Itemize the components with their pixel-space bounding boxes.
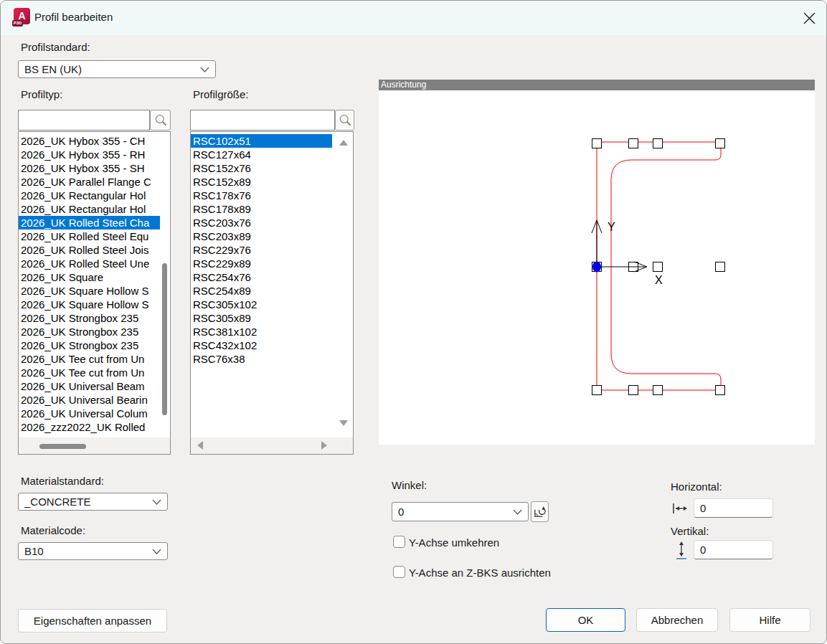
eigenschaften-anpassen-button[interactable]: Eigenschaften anpassen xyxy=(18,609,167,633)
alignment-point[interactable] xyxy=(653,386,663,395)
profiltyp-horizontal-scrollbar-thumb[interactable] xyxy=(39,444,86,449)
list-item[interactable]: 2026_UK Strongbox 235 xyxy=(19,311,160,325)
scroll-right-arrow-icon[interactable] xyxy=(321,441,327,450)
list-item[interactable]: 2026_UK Rolled Steel Cha xyxy=(19,216,160,229)
list-item[interactable]: 2026_UK Square Hollow S xyxy=(19,298,160,311)
scroll-up-arrow-icon[interactable] xyxy=(339,140,348,146)
list-item[interactable]: 2026_UK Universal Bearin xyxy=(19,393,160,407)
materialcode-value: B10 xyxy=(24,545,152,557)
y-achse-umkehren-label[interactable]: Y-Achse umkehren xyxy=(409,536,499,549)
profilgroesse-list[interactable]: RSC102x51RSC127x64RSC152x76RSC152x89RSC1… xyxy=(190,131,354,455)
profiltyp-search-button[interactable] xyxy=(150,110,171,131)
list-item[interactable]: 2026_UK Rectangular Hol xyxy=(19,202,160,216)
vertikal-offset-input[interactable] xyxy=(694,540,773,559)
alignment-point[interactable] xyxy=(653,139,663,148)
profiltyp-label: Profiltyp: xyxy=(21,88,62,100)
alignment-point[interactable] xyxy=(653,262,663,272)
materialcode-select[interactable]: B10 xyxy=(18,542,168,560)
list-item[interactable]: RSC305x102 xyxy=(191,298,332,311)
list-item[interactable]: 2026_UK Tee cut from Un xyxy=(19,352,160,366)
chevron-down-icon xyxy=(152,499,161,505)
list-item[interactable]: 2026_UK Universal Colum xyxy=(19,407,160,420)
profiltyp-list-items: 2026_UK Hybox 355 - CH2026_UK Hybox 355 … xyxy=(19,132,160,437)
list-item[interactable]: 2026_UK Square Hollow S xyxy=(19,284,160,298)
chevron-down-icon xyxy=(200,67,209,72)
list-item[interactable]: RSC152x76 xyxy=(191,161,332,175)
alignment-point[interactable] xyxy=(592,139,602,148)
list-item[interactable]: RSC127x64 xyxy=(191,148,332,161)
x-axis-label: X xyxy=(655,274,663,286)
list-item[interactable]: 2026_UK Rolled Steel Equ xyxy=(19,229,160,243)
list-item[interactable]: RSC203x89 xyxy=(191,229,332,243)
winkel-pick-angle-button[interactable] xyxy=(531,501,549,522)
profilgroesse-search-button[interactable] xyxy=(335,110,354,131)
list-item[interactable]: RSC305x89 xyxy=(191,311,332,325)
profilstandard-value: BS EN (UK) xyxy=(24,63,200,75)
materialstandard-value: _CONCRETE xyxy=(24,496,152,508)
close-icon xyxy=(803,12,816,24)
list-item[interactable]: RSC178x76 xyxy=(191,189,332,202)
list-item[interactable]: RSC381x102 xyxy=(191,325,332,338)
list-item[interactable]: RSC229x89 xyxy=(191,257,332,270)
ausrichtung-preview-panel: Ausrichtung xyxy=(379,80,815,445)
alignment-point[interactable] xyxy=(629,386,638,395)
list-item[interactable]: RSC102x51 xyxy=(191,134,332,148)
list-item[interactable]: RSC178x89 xyxy=(191,202,332,216)
list-item[interactable]: 2026_UK Tee cut from Un xyxy=(19,366,160,379)
y-achse-z-bks-label[interactable]: Y-Achse an Z-BKS ausrichten xyxy=(409,567,551,579)
profilstandard-label: Profilstandard: xyxy=(21,41,90,53)
list-item[interactable]: 2026_UK Universal Beam xyxy=(19,379,160,393)
list-item[interactable]: RSC229x76 xyxy=(191,243,332,257)
search-icon xyxy=(153,113,168,128)
list-item[interactable]: 2026_UK Hybox 355 - CH xyxy=(19,134,160,148)
list-item[interactable]: RSC76x38 xyxy=(191,352,332,366)
y-achse-z-bks-checkbox[interactable] xyxy=(393,566,405,578)
list-item[interactable]: 2026_UK Square xyxy=(19,270,160,284)
scroll-left-arrow-icon[interactable] xyxy=(197,441,203,450)
winkel-label: Winkel: xyxy=(392,479,427,491)
horizontal-label: Horizontal: xyxy=(671,480,722,493)
alignment-point[interactable] xyxy=(716,139,725,148)
list-item[interactable]: RSC254x76 xyxy=(191,270,332,284)
scroll-down-arrow-icon[interactable] xyxy=(339,420,348,426)
alignment-point[interactable] xyxy=(716,386,725,395)
horizontal-offset-input[interactable] xyxy=(694,498,773,518)
profil-bearbeiten-dialog: A P3D Profil bearbeiten Profilstandard: … xyxy=(0,0,827,644)
alignment-point[interactable] xyxy=(716,262,725,272)
list-item[interactable]: 2026_UK Strongbox 235 xyxy=(19,325,160,338)
y-achse-umkehren-checkbox[interactable] xyxy=(393,536,405,548)
alignment-point[interactable] xyxy=(629,139,638,148)
ok-button[interactable]: OK xyxy=(546,608,625,632)
horizontal-offset-icon xyxy=(671,503,689,514)
profiltyp-horizontal-scrollbar-track xyxy=(19,437,170,454)
list-item[interactable]: 2026_UK Hybox 355 - SH xyxy=(19,161,160,175)
profilgroesse-label: Profilgröße: xyxy=(193,88,249,100)
list-item[interactable]: RSC152x89 xyxy=(191,175,332,189)
profiltyp-search-input[interactable] xyxy=(18,110,150,131)
materialstandard-label: Materialstandard: xyxy=(21,475,104,487)
hilfe-button[interactable]: Hilfe xyxy=(729,608,811,632)
close-button[interactable] xyxy=(794,3,824,33)
list-item[interactable]: 2026_UK Parallel Flange C xyxy=(19,175,160,189)
alignment-point[interactable] xyxy=(592,386,602,395)
profilstandard-select[interactable]: BS EN (UK) xyxy=(18,60,216,78)
abbrechen-button[interactable]: Abbrechen xyxy=(636,608,718,632)
list-item[interactable]: RSC432x102 xyxy=(191,338,332,352)
origin-marker[interactable] xyxy=(592,262,601,273)
materialstandard-select[interactable]: _CONCRETE xyxy=(18,493,168,511)
list-item[interactable]: RSC254x89 xyxy=(191,284,332,298)
list-item[interactable]: 2026_UK Rolled Steel Une xyxy=(19,257,160,270)
list-item[interactable]: 2026_UK Rolled Steel Jois xyxy=(19,243,160,257)
list-item[interactable]: 2026_UK Hybox 355 - RH xyxy=(19,148,160,161)
profilgroesse-search-input[interactable] xyxy=(190,110,335,131)
list-item[interactable]: 2026_UK Rectangular Hol xyxy=(19,189,160,202)
list-item[interactable]: 2026_UK Strongbox 235 xyxy=(19,338,160,352)
profiltyp-list[interactable]: 2026_UK Hybox 355 - CH2026_UK Hybox 355 … xyxy=(18,131,171,455)
list-item[interactable]: RSC203x76 xyxy=(191,216,332,229)
autocad-plant3d-icon: A P3D xyxy=(12,8,31,28)
profiltyp-vertical-scrollbar-thumb[interactable] xyxy=(162,263,167,415)
p3d-badge: P3D xyxy=(12,20,23,27)
list-item[interactable]: 2026_zzz2022_UK Rolled xyxy=(19,420,160,434)
vertikal-offset-icon xyxy=(676,541,687,560)
winkel-combobox[interactable]: 0 xyxy=(392,502,529,521)
